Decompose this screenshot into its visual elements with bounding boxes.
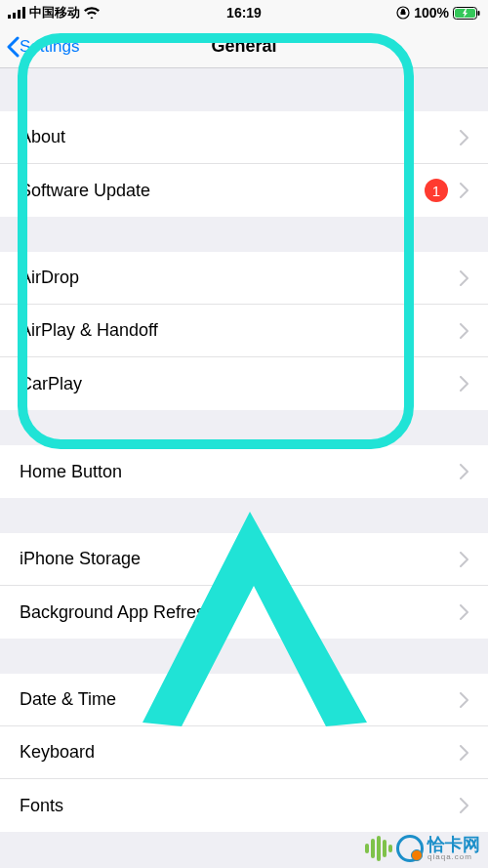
row-home-button[interactable]: Home Button <box>0 445 488 498</box>
row-date-time[interactable]: Date & Time <box>0 674 488 726</box>
chevron-right-icon <box>460 270 468 286</box>
chevron-right-icon <box>460 323 468 339</box>
back-button[interactable]: Settings <box>0 36 79 58</box>
group-gap <box>0 498 488 533</box>
row-label: AirDrop <box>20 268 460 288</box>
svg-rect-3 <box>22 7 25 19</box>
wifi-icon <box>84 7 100 19</box>
row-background-app-refresh[interactable]: Background App Refresh <box>0 586 488 639</box>
chevron-right-icon <box>460 464 468 479</box>
chevron-left-icon <box>6 36 20 58</box>
row-label: AirPlay & Handoff <box>20 320 460 341</box>
row-label: About <box>20 127 460 147</box>
row-iphone-storage[interactable]: iPhone Storage <box>0 533 488 586</box>
row-label: Fonts <box>20 796 460 816</box>
battery-percent: 100% <box>414 5 449 21</box>
group-home-button: Home Button <box>0 445 488 498</box>
chevron-right-icon <box>460 745 468 761</box>
row-fonts[interactable]: Fonts <box>0 779 488 832</box>
row-software-update[interactable]: Software Update 1 <box>0 164 488 217</box>
chevron-right-icon <box>460 604 468 620</box>
row-airdrop[interactable]: AirDrop <box>0 252 488 305</box>
content-scroll[interactable]: About Software Update 1 AirDrop AirPlay … <box>0 68 488 868</box>
signal-icon <box>8 7 25 19</box>
svg-rect-7 <box>478 11 480 16</box>
nav-bar: Settings General <box>0 25 488 68</box>
group-about: About Software Update 1 <box>0 111 488 217</box>
row-label: Date & Time <box>20 689 460 710</box>
status-left: 中国移动 <box>8 4 100 21</box>
row-label: Keyboard <box>20 742 460 763</box>
group-gap <box>0 68 488 111</box>
group-gap <box>0 410 488 445</box>
row-label: iPhone Storage <box>20 549 460 569</box>
page-title: General <box>211 36 276 57</box>
update-badge: 1 <box>425 179 448 202</box>
group-airdrop: AirDrop AirPlay & Handoff CarPlay <box>0 252 488 410</box>
group-date-keyboard: Date & Time Keyboard Fonts <box>0 674 488 832</box>
chevron-right-icon <box>460 130 468 145</box>
group-storage: iPhone Storage Background App Refresh <box>0 533 488 639</box>
group-gap <box>0 217 488 252</box>
row-carplay[interactable]: CarPlay <box>0 357 488 410</box>
chevron-right-icon <box>460 552 468 567</box>
status-bar: 中国移动 16:19 100% <box>0 0 488 25</box>
orientation-lock-icon <box>396 6 410 20</box>
row-label: Home Button <box>20 462 460 482</box>
back-label: Settings <box>20 37 79 57</box>
carrier-label: 中国移动 <box>29 4 80 21</box>
svg-rect-0 <box>8 15 11 19</box>
svg-rect-1 <box>13 13 16 19</box>
svg-rect-2 <box>18 10 20 19</box>
row-airplay-handoff[interactable]: AirPlay & Handoff <box>0 305 488 357</box>
row-label: Software Update <box>20 181 425 201</box>
group-gap <box>0 639 488 674</box>
row-about[interactable]: About <box>0 111 488 164</box>
status-time: 16:19 <box>226 5 262 21</box>
chevron-right-icon <box>460 798 468 813</box>
chevron-right-icon <box>460 692 468 708</box>
row-label: Background App Refresh <box>20 602 460 623</box>
chevron-right-icon <box>460 183 468 198</box>
chevron-right-icon <box>460 376 468 392</box>
status-right: 100% <box>396 5 480 21</box>
row-label: CarPlay <box>20 374 460 394</box>
battery-icon <box>453 7 480 20</box>
row-keyboard[interactable]: Keyboard <box>0 726 488 779</box>
